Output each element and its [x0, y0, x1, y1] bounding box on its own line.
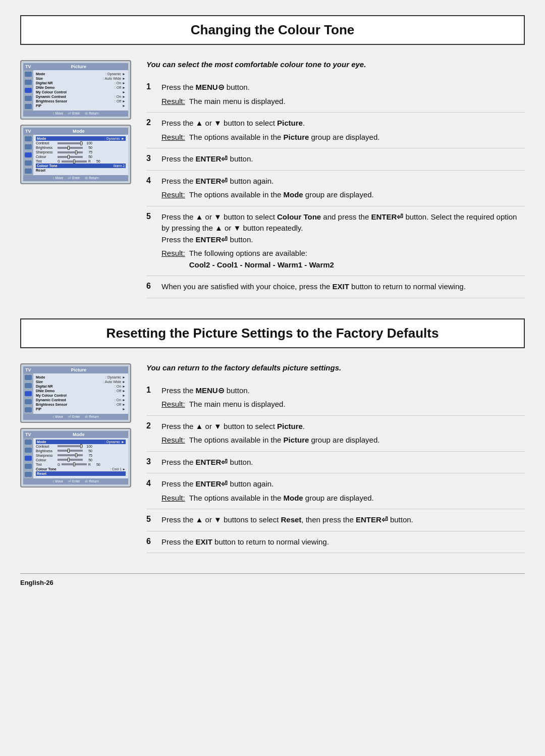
s2tv1-label: TV — [25, 367, 31, 372]
tv1-row-dnie: DNIe Demo: Off ► — [36, 85, 126, 90]
step3-num: 3 — [146, 153, 155, 163]
tv1-row-size: Size: Auto Wide ► — [36, 76, 126, 81]
section1-header: Changing the Colour Tone — [20, 15, 525, 45]
section2-tv1: TV Picture Mode: Dynamic ► Size: Auto W — [20, 363, 131, 423]
section1-left: TV Picture Mode: Dynamic ► Size: Auto W — [20, 60, 131, 298]
s2tv1-row-dyncontrast: Dynamic Contrast: On ► — [36, 398, 126, 402]
s2step1-result: Result: The main menu is displayed. — [161, 399, 525, 410]
tv2-footer: ↕ Move ⏎ Enter ⊝ Return — [23, 175, 128, 181]
tv2-row-sharpness: Sharpness 75 — [36, 150, 126, 154]
section1-intro: You can select the most comfortable colo… — [146, 60, 525, 69]
s2step2-body: Press the ▲ or ▼ button to select Pictur… — [161, 421, 525, 446]
s2step2-result-text: The options available in the Picture gro… — [189, 435, 380, 446]
s2tv2-row-reset: Reset — [36, 471, 126, 476]
section1-step3: 3 Press the ENTER⏎ button. — [146, 148, 525, 171]
s2tv2-row-brightness: Brightness 50 — [36, 449, 126, 453]
s2tv1-header: TV Picture — [23, 366, 128, 373]
s2tv1-icon3 — [25, 391, 32, 396]
tv2-icon3 — [25, 152, 32, 157]
s2step1-num: 1 — [146, 385, 155, 395]
tv1-icon4 — [25, 96, 32, 101]
step5-result-options: Cool2 - Cool1 - Normal - Warm1 - Warm2 — [189, 259, 334, 271]
s2step6-text: Press the EXIT button to return to norma… — [161, 536, 525, 548]
s2tv1-icons — [23, 373, 33, 414]
s2step5-num: 5 — [146, 514, 155, 524]
step6-text: When you are satisfied with your choice,… — [161, 281, 525, 293]
section1-title: Changing the Colour Tone — [33, 22, 512, 38]
section2-right: You can return to the factory defaults p… — [146, 363, 525, 554]
tv2-row-mode: Mode: Dynamic ► — [36, 136, 126, 141]
s2step1-result-label: Result: — [161, 399, 185, 410]
tv2-row-brightness: Brightness 50 — [36, 145, 126, 150]
tv1-row-mode: Mode: Dynamic ► — [36, 72, 126, 76]
section1-content: TV Picture Mode: Dynamic ► Size: Auto W — [20, 60, 525, 298]
s2tv1-footer-move: ↕ Move — [52, 415, 63, 419]
s2tv2-header: TV Mode — [23, 431, 128, 438]
s2step1-body: Press the MENU⊝ button. Result: The main… — [161, 385, 525, 410]
step6-body: When you are satisfied with your choice,… — [161, 281, 525, 293]
tv1-row-dyncontrast: Dynamic Contrast: On ► — [36, 94, 126, 99]
step5-num: 5 — [146, 211, 155, 221]
section2-intro: You can return to the factory defaults p… — [146, 363, 525, 372]
s2step5-text: Press the ▲ or ▼ buttons to select Reset… — [161, 514, 525, 526]
step2-result-text: The options available in the Picture gro… — [189, 132, 380, 143]
step2-body: Press the ▲ or ▼ button to select Pictur… — [161, 118, 525, 143]
page: Changing the Colour Tone TV Picture — [20, 0, 525, 602]
s2tv1-row-brightsensor: Brightness Sensor: Off ► — [36, 402, 126, 407]
s2tv1-row-size: Size: Auto Wide ► — [36, 380, 126, 384]
step2-result-label: Result: — [161, 132, 185, 143]
step5-result-label: Result: — [161, 248, 185, 271]
tv2-icon4 — [25, 160, 32, 166]
tv2-row-reset: Reset — [36, 168, 126, 173]
s2step2-result: Result: The options available in the Pic… — [161, 435, 525, 446]
s2tv2-row-colourtone: Colour Tone: Cool 1 ► — [36, 467, 126, 471]
s2tv2-row-tint: Tint G R 50 — [36, 462, 126, 467]
s2tv1-icon1 — [25, 375, 32, 380]
tv2-icon2 — [25, 144, 32, 149]
tv1-footer-enter: ⏎ Enter — [68, 112, 80, 116]
step4-num: 4 — [146, 176, 155, 185]
step5-result-text: The following options are available: — [189, 248, 334, 259]
tv1-row-brightsensor: Brightness Sensor: Off ► — [36, 99, 126, 103]
section1-step6: 6 When you are satisfied with your choic… — [146, 276, 525, 298]
tv2-row-contrast: Contrast 100 — [36, 141, 126, 145]
tv1-icons — [23, 70, 33, 111]
step2-result: Result: The options available in the Pic… — [161, 132, 525, 143]
s2tv1-row-dnr: Digital NR: On ► — [36, 384, 126, 389]
tv2-icon5 — [25, 169, 32, 174]
s2tv1-body: Mode: Dynamic ► Size: Auto Wide ► Digita… — [23, 373, 128, 414]
tv2-row-colour: Colour 50 — [36, 154, 126, 159]
s2step6-num: 6 — [146, 536, 155, 546]
s2step1-result-text: The main menu is displayed. — [189, 399, 286, 410]
s2step3-text: Press the ENTER⏎ button. — [161, 457, 525, 468]
tv1-icon1 — [25, 72, 32, 77]
s2tv2-icon5 — [25, 472, 32, 477]
tv1-label: TV — [25, 64, 31, 69]
step1-result-label: Result: — [161, 96, 185, 107]
section2-header: Resetting the Picture Settings to the Fa… — [20, 318, 525, 348]
step1-num: 1 — [146, 82, 155, 91]
tv2-row-tint: Tint G R 50 — [36, 159, 126, 164]
section1-step1: 1 Press the MENU⊝ button. Result: The ma… — [146, 77, 525, 113]
s2tv2-row-sharpness: Sharpness 75 — [36, 453, 126, 458]
section2-step1: 1 Press the MENU⊝ button. Result: The ma… — [146, 380, 525, 416]
step3-body: Press the ENTER⏎ button. — [161, 153, 525, 165]
tv2-menu: Mode: Dynamic ► Contrast 100 Brightness — [33, 135, 128, 175]
s2tv2-icon2 — [25, 448, 32, 453]
section2-title: Resetting the Picture Settings to the Fa… — [33, 326, 512, 341]
s2tv1-footer-enter: ⏎ Enter — [68, 415, 80, 419]
section2-step5: 5 Press the ▲ or ▼ buttons to select Res… — [146, 509, 525, 531]
s2tv2-footer-move: ↕ Move — [52, 479, 63, 483]
tv1-menu: Mode: Dynamic ► Size: Auto Wide ► Digita… — [33, 70, 128, 111]
tv2-label: TV — [25, 129, 31, 134]
s2tv1-row-mycolour: My Colour Control► — [36, 393, 126, 398]
s2step5-body: Press the ▲ or ▼ buttons to select Reset… — [161, 514, 525, 526]
tv1-footer: ↕ Move ⏎ Enter ⊝ Return — [23, 111, 128, 117]
s2tv2-footer: ↕ Move ⏎ Enter ⊝ Return — [23, 478, 128, 484]
s2tv1-row-pip: PIP► — [36, 407, 126, 411]
tv2-icons — [23, 135, 33, 175]
section1-step2: 2 Press the ▲ or ▼ button to select Pict… — [146, 113, 525, 148]
s2tv2-footer-return: ⊝ Return — [85, 479, 98, 483]
s2step2-text: Press the ▲ or ▼ button to select Pictur… — [161, 421, 525, 433]
tv1-row-mycolour: My Colour Control► — [36, 90, 126, 94]
